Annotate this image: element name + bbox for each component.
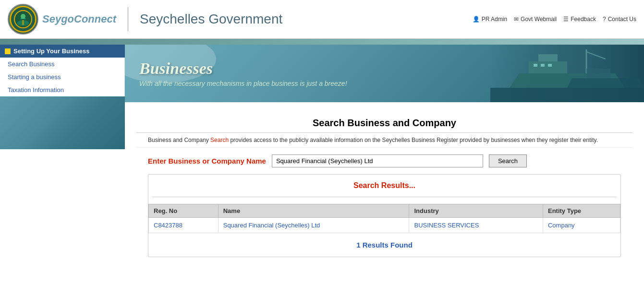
col-reg-no: Reg. No: [149, 204, 219, 218]
sidebar-item-search-business[interactable]: Search Business: [0, 58, 124, 71]
results-table: Reg. No Name Industry Entity Type C84237…: [148, 204, 620, 233]
sidebar-header: Setting Up Your Business: [0, 45, 125, 58]
sidebar-header-label: Setting Up Your Business: [13, 47, 89, 55]
feedback-link[interactable]: ☰ Feedback: [563, 16, 596, 23]
sidebar-item-taxation[interactable]: Taxation Information: [0, 83, 124, 96]
cell-reg-no[interactable]: C8423788: [149, 218, 219, 233]
search-label: Enter Business or Company Name: [148, 157, 266, 165]
feedback-label: Feedback: [571, 16, 596, 23]
results-table-head: Reg. No Name Industry Entity Type: [149, 204, 620, 218]
search-form: Enter Business or Company Name Search: [136, 148, 632, 174]
header-right: 👤 PR Admin ✉ Govt Webmail ☰ Feedback ? C…: [473, 16, 636, 23]
search-button[interactable]: Search: [489, 154, 527, 167]
page-title: Search Business and Company: [136, 110, 632, 133]
description-highlight: Search: [210, 137, 229, 143]
results-box: Search Results... Reg. No Name Industry …: [148, 174, 621, 257]
sidebar-header-icon: [5, 48, 11, 54]
logo-inner: [10, 6, 36, 33]
main-banner: Businesses With all the necessary mechan…: [125, 45, 644, 102]
results-table-body: C8423788 Squared Financial (Seychelles) …: [149, 218, 620, 233]
cell-industry: BUSINESS SERVICES: [409, 218, 543, 233]
right-content: Businesses With all the necessary mechan…: [125, 45, 644, 276]
logo: [8, 4, 38, 35]
cell-entity-type: Company: [543, 218, 620, 233]
gov-title: Seychelles Government: [140, 12, 282, 27]
svg-rect-3: [490, 88, 644, 102]
person-icon: 👤: [473, 16, 480, 23]
sidebar-items: Search Business Starting a business Taxa…: [0, 58, 125, 96]
header-left: SeygoConnect Seychelles Government: [8, 4, 282, 35]
search-input[interactable]: [272, 154, 483, 167]
sidebar: Setting Up Your Business Search Business…: [0, 45, 125, 276]
banner: [0, 96, 125, 149]
results-divider: [152, 197, 617, 197]
question-icon: ?: [603, 16, 606, 23]
svg-line-7: [586, 52, 606, 59]
contact-link[interactable]: ? Contact Us: [603, 16, 636, 23]
col-entity-type: Entity Type: [543, 204, 620, 218]
header-divider: [128, 7, 128, 31]
main-layout: Setting Up Your Business Search Business…: [0, 45, 644, 276]
banner-subtitle: With all the necessary mechanisms in pla…: [139, 80, 630, 87]
webmail-link[interactable]: ✉ Govt Webmail: [514, 16, 557, 23]
results-found: 1 Results Found: [148, 233, 620, 257]
table-header-row: Reg. No Name Industry Entity Type: [149, 204, 620, 218]
site-name-text: SeygoConnect: [42, 13, 116, 25]
logo-svg: [13, 10, 33, 29]
site-header: SeygoConnect Seychelles Government 👤 PR …: [0, 0, 644, 39]
webmail-label: Govt Webmail: [521, 16, 557, 23]
mail-icon: ✉: [514, 16, 519, 23]
site-name: SeygoConnect: [42, 13, 116, 25]
table-row: C8423788 Squared Financial (Seychelles) …: [149, 218, 620, 233]
col-name: Name: [218, 204, 409, 218]
banner-text-area: Businesses With all the necessary mechan…: [139, 59, 630, 87]
contact-label: Contact Us: [608, 16, 636, 23]
nav-teal-bar: [0, 39, 644, 45]
sidebar-item-starting-business[interactable]: Starting a business: [0, 71, 124, 83]
pr-admin-label: PR Admin: [482, 16, 507, 23]
description-bar: Business and Company Search provides acc…: [136, 133, 632, 148]
cell-name[interactable]: Squared Financial (Seychelles) Ltd: [218, 218, 409, 233]
col-industry: Industry: [409, 204, 543, 218]
svg-point-2: [21, 14, 25, 19]
page-content: Search Business and Company Business and…: [125, 102, 644, 276]
pr-admin-link[interactable]: 👤 PR Admin: [473, 16, 507, 23]
results-title: Search Results...: [148, 175, 620, 197]
banner-title: Businesses: [139, 59, 630, 78]
feedback-icon: ☰: [563, 16, 569, 23]
